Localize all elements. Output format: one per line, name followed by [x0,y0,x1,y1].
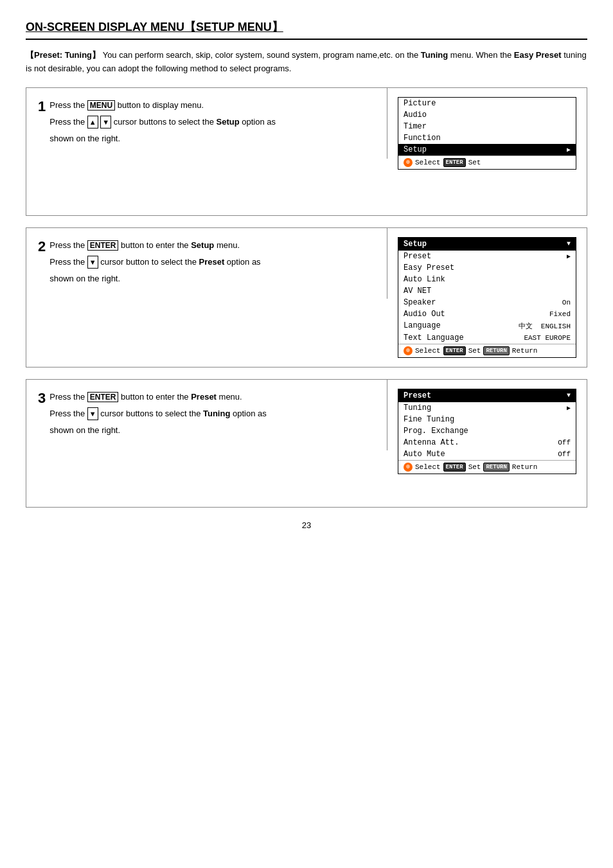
audio-out-value: Fixed [549,310,571,318]
page-number: 23 [26,520,587,530]
intro-bold1: Tuning [421,50,448,60]
menu-item-av-net: AV NET [398,285,576,297]
return-label-2: Return [512,347,538,355]
step3-line3: shown on the right. [49,423,375,438]
menu-item-picture: Picture [398,98,576,109]
intro-bracket: 【Preset: Tuning】 [26,50,100,60]
section-3-menu: Preset ▼ Tuning ▶ Fine Tuning Prog. Exch… [387,380,587,483]
text-language-value: EAST EUROPE [524,334,571,342]
menu-title-setup: Setup ▼ [398,238,576,251]
menu-item-setup: Setup ▶ [398,144,576,155]
auto-mute-value: Off [558,450,571,458]
section-3: 3 Press the ENTER button to enter the Pr… [26,379,587,508]
menu-item-preset: Preset ▶ [398,251,576,262]
preset-arrow: ▶ [567,252,571,260]
step-number-1: 1 [38,98,46,115]
speaker-value: On [562,299,571,306]
circle-icon-2: ⊙ [404,346,413,355]
step2-line3: shown on the right. [49,272,375,286]
menu-item-language: Language 中文 ENGLISH [398,320,576,332]
menu-box-1: Picture Audio Timer Function Setup ▶ ⊙ S… [398,97,576,170]
down-arrow-key-3: ▼ [87,407,98,421]
section-1: 1 Press the MENU button to display menu.… [26,87,587,216]
menu-item-prog-exchange: Prog. Exchange [398,425,576,437]
circle-icon: ⊙ [404,158,413,167]
menu-item-audio: Audio [398,109,576,121]
step-number-2: 2 [38,238,46,255]
menu-item-function: Function [398,132,576,144]
step1-line1: Press the MENU button to display menu. [49,98,375,112]
arrow-right-icon: ▶ [567,146,571,154]
menu-footer-3: ⊙ Select ENTER Set RETURN Return [398,460,576,474]
enter-btn: ENTER [443,158,466,167]
section-1-instructions: 1 Press the MENU button to display menu.… [26,88,387,159]
enter-key-3: ENTER [87,392,119,402]
down-arrow-key-2: ▼ [87,256,98,269]
antenna-att-value: Off [558,439,571,447]
set-label-3: Set [468,463,481,471]
tuning-arrow: ▶ [567,404,571,412]
menu-item-audio-out: Audio Out Fixed [398,308,576,320]
menu-box-2: Setup ▼ Preset ▶ Easy Preset Auto Link A… [398,237,576,358]
language-value: 中文 ENGLISH [519,321,571,331]
menu-item-speaker: Speaker On [398,297,576,308]
step1-line2: Press the ▲ ▼ cursor buttons to select t… [49,115,375,129]
menu-item-antenna-att: Antenna Att. Off [398,437,576,448]
step3-line1: Press the ENTER button to enter the Pres… [49,390,375,404]
down-arrow-key: ▼ [100,116,111,129]
up-arrow-key: ▲ [87,116,98,129]
intro-body1: You can perform search, skip, color syst… [100,50,421,60]
menu-item-auto-mute: Auto Mute Off [398,448,576,460]
intro-bold2: Easy Preset [514,50,562,60]
section-1-menu: Picture Audio Timer Function Setup ▶ ⊙ S… [387,88,587,179]
intro-body2: menu. When the [448,50,514,60]
set-label-2: Set [468,347,481,355]
return-btn-2: RETURN [483,346,509,355]
menu-item-auto-link: Auto Link [398,274,576,285]
menu-title-preset: Preset ▼ [398,389,576,402]
section-3-instructions: 3 Press the ENTER button to enter the Pr… [26,380,387,450]
menu-footer-1: ⊙ Select ENTER Set [398,155,576,169]
menu-item-text-language: Text Language EAST EUROPE [398,332,576,344]
step1-line3: shown on the right. [49,132,375,146]
return-label-3: Return [512,463,538,471]
menu-item-fine-tuning: Fine Tuning [398,414,576,425]
menu-key: MENU [87,100,115,111]
step2-line2: Press the ▼ cursor button to select the … [49,255,375,269]
dropdown-arrow-3: ▼ [567,392,571,399]
enter-btn-3: ENTER [443,463,466,472]
select-label-3: Select [415,463,441,471]
menu-box-3: Preset ▼ Tuning ▶ Fine Tuning Prog. Exch… [398,389,576,474]
step3-line2: Press the ▼ cursor buttons to select the… [49,407,375,421]
intro-paragraph: 【Preset: Tuning】 You can perform search,… [26,49,587,76]
step-number-3: 3 [38,390,46,407]
enter-key-2: ENTER [87,240,119,251]
select-label: Select [415,159,441,166]
section-2-menu: Setup ▼ Preset ▶ Easy Preset Auto Link A… [387,228,587,367]
dropdown-arrow: ▼ [567,240,571,247]
menu-item-tuning: Tuning ▶ [398,402,576,414]
step2-line1: Press the ENTER button to enter the Setu… [49,238,375,252]
menu-item-timer: Timer [398,121,576,132]
circle-icon-3: ⊙ [404,463,413,472]
select-label-2: Select [415,347,441,355]
set-label: Set [468,159,481,166]
enter-btn-2: ENTER [443,346,466,355]
menu-item-easy-preset: Easy Preset [398,262,576,274]
page-title: ON-SCREEN DISPLAY MENU【SETUP MENU】 [26,19,587,40]
menu-footer-2: ⊙ Select ENTER Set RETURN Return [398,344,576,357]
return-btn-3: RETURN [483,463,509,472]
section-2-instructions: 2 Press the ENTER button to enter the Se… [26,228,387,299]
section-2: 2 Press the ENTER button to enter the Se… [26,227,587,368]
